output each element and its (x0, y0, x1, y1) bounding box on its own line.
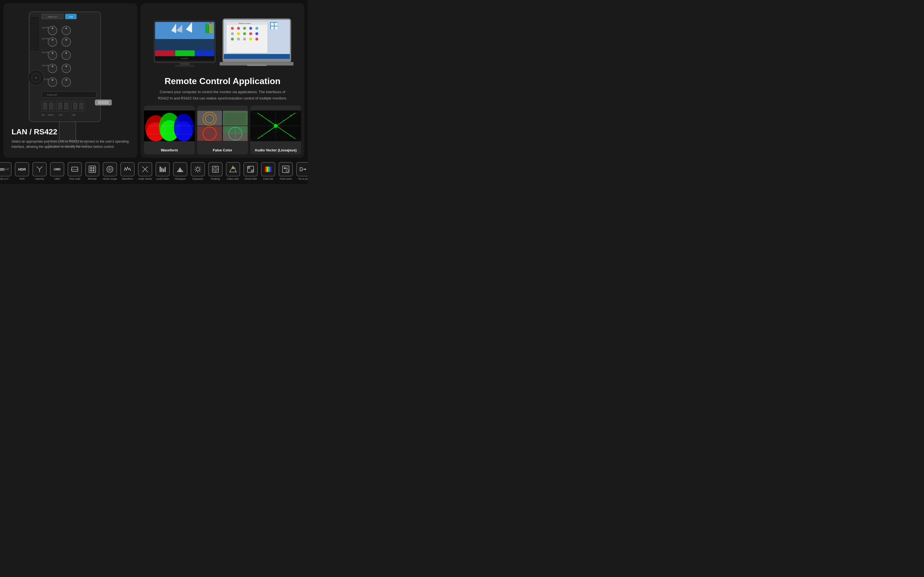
svg-rect-181 (159, 166, 161, 172)
feature-card-waveform: Waveform (144, 105, 195, 155)
svg-line-197 (200, 171, 200, 172)
false-color-label: False Color (197, 146, 248, 155)
audio-vector-svg (250, 108, 301, 144)
svg-rect-111 (270, 23, 274, 26)
toolbar-item-3dlut[interactable]: 3D LUT 3D-LUT (0, 162, 11, 180)
level-meter-icon (159, 165, 166, 173)
toolbar-item-gamma[interactable]: Gamma (32, 162, 47, 180)
svg-text:IN SDI OUT: IN SDI OUT (47, 94, 58, 96)
3dlut-lut-text: LUT (5, 168, 9, 171)
svg-point-108 (249, 38, 252, 41)
false-color-icon-box[interactable] (226, 162, 240, 176)
remote-icon (89, 165, 96, 173)
toolbar-item-level-meter[interactable]: Level meter (156, 162, 170, 180)
svg-text:LILLIPUT: LILLIPUT (181, 58, 188, 60)
svg-rect-188 (180, 168, 180, 172)
lan-title: LAN / RS422 (11, 127, 129, 136)
exposure-icon-box[interactable] (191, 162, 205, 176)
toolbar-item-color-bar[interactable]: Color bar (261, 162, 275, 180)
svg-point-27 (48, 38, 57, 47)
3dlut-icon-box[interactable]: 3D LUT (0, 162, 11, 176)
svg-point-153 (290, 135, 291, 136)
waveform-icon-box[interactable] (120, 162, 135, 176)
svg-point-105 (231, 38, 234, 41)
vectorscope-icon-box[interactable] (103, 162, 117, 176)
audio-vector-icon-box[interactable] (138, 162, 152, 176)
svg-point-28 (52, 39, 53, 41)
toolbar-item-exposure[interactable]: Exposure (191, 162, 205, 180)
timecode-label: Time code (69, 177, 80, 180)
svg-rect-83 (206, 24, 207, 34)
remote-title: Remote Control Application (164, 76, 280, 86)
svg-point-155 (283, 131, 284, 132)
svg-rect-114 (274, 26, 278, 30)
toolbar-item-false-color[interactable]: False color (226, 162, 240, 180)
hdr-icon-box[interactable]: HDR (15, 162, 29, 176)
feature-cards: Waveform (141, 105, 304, 158)
toolbar-item-timecode[interactable]: 00:00:00:00 Time code (68, 162, 82, 180)
gamma-label: Gamma (35, 177, 44, 180)
svg-rect-211 (266, 166, 267, 172)
svg-point-152 (262, 115, 262, 116)
audio-vector-label: Audio Vector (Lissajous) (250, 146, 301, 155)
pix-to-pix-icon-box[interactable] (296, 162, 308, 176)
svg-point-30 (65, 39, 67, 41)
svg-point-32 (48, 51, 57, 60)
svg-rect-91 (224, 54, 290, 59)
timecode-icon-box[interactable]: 00:00:00:00 (68, 162, 82, 176)
color-bar-icon-box[interactable] (261, 162, 275, 176)
toolbar-item-hdr[interactable]: HDR HDR (15, 162, 29, 180)
toolbar-item-histogram[interactable]: Histogram (173, 162, 187, 180)
svg-point-33 (52, 52, 53, 54)
3dlut-label: 3D-LUT (0, 177, 9, 180)
toolbar-item-peaking[interactable]: Peaking (208, 162, 222, 180)
umd-icon: UMD (53, 168, 60, 171)
hdr-label: HDR (19, 177, 25, 180)
svg-rect-184 (164, 167, 166, 172)
svg-text:RS422: RS422 (48, 114, 54, 116)
svg-rect-190 (182, 170, 183, 172)
check-field-icon-box[interactable] (243, 162, 258, 176)
pixel-zoom-icon-box[interactable] (278, 162, 293, 176)
toolbar-item-pixel-zoom[interactable]: Pixel zoom (278, 162, 293, 180)
histogram-icon (176, 165, 184, 173)
histogram-icon-box[interactable] (173, 162, 187, 176)
exposure-label: Exposure (193, 177, 203, 180)
toolbar-item-umd[interactable]: UMD UMD (50, 162, 64, 180)
toolbar-item-vectorscope[interactable]: Vector scope (103, 162, 117, 180)
svg-point-178 (109, 169, 111, 170)
svg-rect-217 (284, 167, 285, 169)
toolbar-item-pix-to-pix[interactable]: Pix to pix (296, 162, 308, 180)
svg-rect-77 (175, 50, 195, 56)
toolbar-item-remote[interactable]: Remote (85, 162, 100, 180)
svg-rect-127 (197, 110, 222, 125)
level-meter-label: Level meter (156, 177, 169, 180)
pixel-zoom-icon (282, 165, 290, 173)
remote-desc: Connect your computer to control the mon… (157, 89, 288, 101)
svg-point-25 (65, 27, 67, 29)
gamma-icon (36, 165, 43, 173)
gamma-icon-box[interactable] (32, 162, 47, 176)
svg-rect-214 (269, 166, 270, 172)
svg-rect-112 (274, 23, 278, 26)
svg-rect-52 (58, 102, 63, 110)
svg-rect-215 (270, 166, 271, 172)
umd-icon-box[interactable]: UMD (50, 162, 64, 176)
svg-point-24 (62, 26, 71, 35)
remote-icon-box[interactable] (85, 162, 100, 176)
level-meter-icon-box[interactable] (156, 162, 170, 176)
svg-point-104 (255, 32, 258, 35)
svg-point-158 (283, 120, 284, 121)
left-panel: HDMI OUT USB 12G-SDI 12G-SDI (3, 3, 137, 158)
peaking-icon-box[interactable] (208, 162, 222, 176)
toolbar-item-waveform[interactable]: Waveform (120, 162, 135, 180)
toolbar-item-audio-vector[interactable]: Audio Vector (138, 162, 152, 180)
svg-text:HDMI OUT: HDMI OUT (48, 16, 58, 18)
timecode-icon: 00:00:00:00 (71, 165, 79, 173)
svg-rect-186 (177, 170, 178, 172)
svg-text:12G-SDI: 12G-SDI (42, 38, 49, 40)
feature-card-false-color: False Color (197, 105, 248, 155)
toolbar-item-check-field[interactable]: Check field (243, 162, 258, 180)
waveform-label: Waveform (144, 146, 195, 155)
svg-point-109 (255, 38, 258, 41)
